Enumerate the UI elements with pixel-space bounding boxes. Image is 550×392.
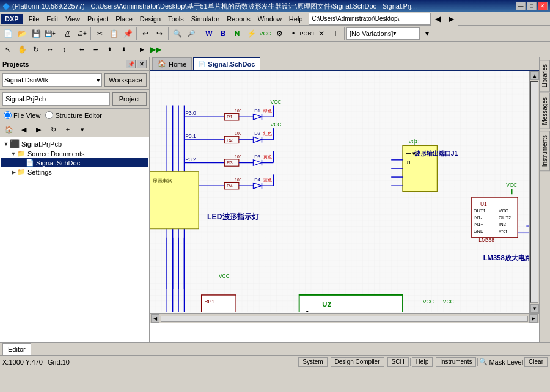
panel-close-button[interactable]: ✕ (137, 60, 147, 68)
net-tool[interactable]: N (230, 27, 244, 40)
instruments-button[interactable]: Instruments (436, 357, 476, 367)
project-input[interactable] (2, 92, 110, 106)
tab-schdoc[interactable]: 📄 Signal.SchDoc (193, 57, 260, 70)
close-button[interactable]: ✕ (538, 2, 548, 10)
undo-button[interactable]: ↩ (139, 27, 152, 40)
redo-button[interactable]: ↪ (153, 27, 166, 40)
messages-panel-tab[interactable]: Messages (540, 93, 550, 129)
tree-source-docs[interactable]: ▼ 📁 Source Documents (1, 149, 148, 158)
svg-text:D1: D1 (254, 108, 260, 114)
proj-tool-forward[interactable]: ▶ (32, 123, 45, 136)
print-preview-button[interactable]: 🖨+ (75, 27, 89, 40)
select-tool[interactable]: ↖ (1, 43, 15, 56)
svg-text:20: 20 (405, 311, 409, 312)
project-selector-dropdown[interactable]: Signal.DsnWtk ▾ (2, 73, 102, 87)
text-tool[interactable]: T (329, 27, 342, 40)
menu-help[interactable]: Help (285, 12, 307, 25)
tree-settings[interactable]: ▶ 📁 Settings (1, 167, 148, 176)
project-toolbar: 🏠 ◀ ▶ ↻ + ▾ (0, 122, 149, 137)
svg-text:VCC: VCC (388, 311, 398, 312)
flip-v-tool[interactable]: ↕ (57, 43, 71, 56)
svg-text:R2: R2 (227, 137, 233, 143)
power-tool[interactable]: ⚡ (244, 27, 258, 40)
copy-button[interactable]: 📋 (107, 27, 120, 40)
move-tool[interactable]: ✋ (15, 43, 29, 56)
tree-schdoc[interactable]: 📄 Signal.SchDoc (1, 158, 148, 167)
editor-tab[interactable]: Editor (2, 343, 31, 355)
no-connect-tool[interactable]: ✕ (315, 27, 328, 40)
menu-window[interactable]: Window (254, 12, 285, 25)
panel-pin-button[interactable]: 📌 (126, 60, 136, 68)
component-tool[interactable]: ⚙ (273, 27, 286, 40)
file-view-radio[interactable]: File View (4, 111, 40, 119)
align-left[interactable]: ⬅ (75, 43, 89, 56)
proj-tool-add[interactable]: + (61, 123, 75, 136)
cut-button[interactable]: ✂ (93, 27, 106, 40)
menu-view[interactable]: View (62, 12, 84, 25)
menu-place[interactable]: Place (112, 12, 136, 25)
tree-root[interactable]: ▼ ⬛ Signal.PrjPcb (1, 139, 148, 149)
menu-design[interactable]: Design (136, 12, 164, 25)
zoom-out-button[interactable]: 🔎 (185, 27, 198, 40)
save-all-button[interactable]: 💾+ (43, 27, 57, 40)
schematic-canvas[interactable]: P3.0 P3.1 P3.2 P3.3 R1 100 R2 100 R3 100 (150, 71, 529, 313)
vscroll-up-button[interactable]: ▲ (530, 71, 539, 80)
tab-home[interactable]: 🏠 Home (152, 57, 192, 70)
align-top[interactable]: ⬆ (103, 43, 117, 56)
vscroll-track[interactable] (530, 81, 538, 303)
help-button[interactable]: Help (412, 357, 433, 367)
design-compiler-button[interactable]: Design Compiler (331, 357, 384, 367)
vcc-tool[interactable]: VCC (258, 27, 272, 40)
new-button[interactable]: 📄 (1, 27, 15, 40)
clear-button[interactable]: Clear (524, 357, 548, 367)
instruments-panel-tab[interactable]: Instruments (540, 131, 550, 171)
menu-simulator[interactable]: Simulator (188, 12, 223, 25)
hscroll-left-button[interactable]: ◀ (151, 314, 160, 323)
menu-edit[interactable]: Edit (43, 12, 62, 25)
sch-button[interactable]: SCH (387, 357, 409, 367)
nav-back-button[interactable]: ◀ (431, 12, 444, 26)
open-button[interactable]: 📂 (15, 27, 29, 40)
workspace-button[interactable]: Workspace (105, 73, 147, 87)
proj-tool-home[interactable]: 🏠 (2, 123, 16, 136)
compile-btn[interactable]: ▶ (135, 43, 148, 56)
junction-tool[interactable]: • (287, 27, 300, 40)
projects-title: Projects (2, 60, 29, 68)
dxp-menu[interactable]: DXP (1, 14, 23, 24)
variations-more[interactable]: ▾ (420, 27, 434, 40)
zoom-in-button[interactable]: 🔍 (170, 27, 184, 40)
structure-editor-radio[interactable]: Structure Editor (45, 111, 101, 119)
paste-button[interactable]: 📌 (121, 27, 134, 40)
proj-tool-more[interactable]: ▾ (76, 123, 89, 136)
svg-text:D2: D2 (254, 131, 260, 136)
menu-tools[interactable]: Tools (164, 12, 188, 25)
svg-text:P3.1: P3.1 (185, 133, 196, 139)
proj-tool-refresh[interactable]: ↻ (46, 123, 60, 136)
align-bottom[interactable]: ⬇ (117, 43, 131, 56)
rotate-tool[interactable]: ↻ (29, 43, 43, 56)
align-right[interactable]: ➡ (89, 43, 103, 56)
system-button[interactable]: System (298, 357, 327, 367)
menu-reports[interactable]: Reports (223, 12, 254, 25)
nav-forward-button[interactable]: ▶ (444, 12, 458, 26)
save-button[interactable]: 💾 (29, 27, 43, 40)
mask-icon: 🔍 (479, 358, 488, 366)
wire-tool[interactable]: W (202, 27, 216, 40)
libraries-panel-tab[interactable]: Libraries (540, 60, 550, 92)
proj-tool-back[interactable]: ◀ (17, 123, 31, 136)
print-button[interactable]: 🖨 (61, 27, 75, 40)
vscroll-down-button[interactable]: ▼ (530, 304, 539, 313)
hscroll-right-button[interactable]: ▶ (529, 314, 538, 323)
hscroll-track[interactable] (161, 316, 528, 322)
menu-file[interactable]: File (25, 12, 43, 25)
bus-tool[interactable]: B (216, 27, 230, 40)
project-button[interactable]: Project (112, 92, 147, 106)
port-tool[interactable]: PORT (301, 27, 314, 40)
variations-dropdown[interactable]: [No Variations] ▾ (346, 27, 420, 40)
flip-h-tool[interactable]: ↔ (43, 43, 57, 56)
menu-project[interactable]: Project (84, 12, 112, 25)
minimize-button[interactable]: — (516, 2, 526, 10)
svg-text:GND: GND (474, 228, 484, 234)
maximize-button[interactable]: □ (527, 2, 537, 10)
run-btn[interactable]: ▶▶ (149, 43, 163, 56)
